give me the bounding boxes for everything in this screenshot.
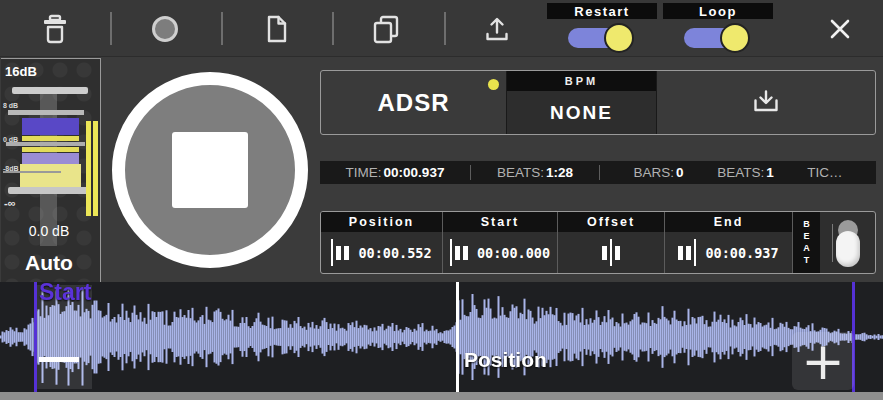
beats-display: BEATS: 1:28 — [471, 165, 599, 180]
toggle-knob — [836, 231, 860, 267]
upload-icon — [482, 14, 512, 44]
beats-label: BEATS: — [497, 165, 544, 180]
add-button[interactable]: + — [792, 332, 854, 390]
auto-button[interactable]: Auto — [1, 245, 97, 281]
waveform-canvas[interactable] — [0, 282, 883, 392]
marker-panel: Position 00:00.552 Start 00:00.000 Offse… — [320, 211, 876, 274]
loop-label-strip: Loop — [663, 3, 773, 19]
delete-button[interactable] — [18, 9, 92, 49]
position-cursor-line[interactable] — [456, 282, 459, 392]
sampler-app-window: Restart Loop 16dB 8 dB — [0, 0, 883, 400]
ticks-label-truncated: TIC… — [807, 165, 842, 180]
time-display: TIME: 00:00.937 — [320, 165, 470, 180]
beat-mode-label-strip: BEAT — [793, 212, 820, 273]
position-column: Position 00:00.552 — [321, 212, 443, 273]
toggle-knob — [604, 23, 634, 53]
waveform-editor[interactable]: Start Position + — [0, 282, 883, 392]
adsr-label: ADSR — [377, 89, 449, 117]
bpm-selector[interactable]: BPM NONE — [506, 71, 657, 134]
fader-tick-neg8-line — [3, 171, 61, 173]
end-column: End 00:00.937 — [665, 212, 793, 273]
toolbar-divider — [332, 12, 334, 45]
marker-line-icon — [331, 239, 333, 266]
beats2-value: 1 — [766, 165, 774, 180]
automation-band-pale — [20, 164, 81, 188]
cell-divider — [832, 224, 833, 262]
restart-label-strip: Restart — [547, 3, 657, 19]
fader-tick-neg-inf: -∞ — [4, 197, 16, 209]
pause-bar-icon — [344, 246, 349, 260]
adsr-button[interactable]: ADSR — [321, 71, 506, 134]
close-button[interactable] — [803, 9, 877, 49]
offset-header: Offset — [558, 212, 664, 232]
pause-bar-icon — [455, 246, 460, 260]
pause-bar-icon — [678, 246, 683, 260]
sample-panel: ADSR BPM NONE — [320, 70, 876, 135]
time-value: 00:00.937 — [384, 165, 445, 180]
close-icon — [825, 14, 855, 44]
position-value-field[interactable]: 00:00.552 — [321, 232, 442, 273]
restart-control: Restart — [546, 0, 658, 57]
restart-toggle[interactable] — [568, 23, 636, 53]
end-value-field[interactable]: 00:00.937 — [665, 232, 792, 273]
position-value: 00:00.552 — [358, 245, 431, 261]
pause-bar-icon — [336, 246, 341, 260]
time-readout-strip: TIME: 00:00.937 BEATS: 1:28 BARS: 0 BEAT… — [320, 161, 876, 184]
offset-column: Offset — [558, 212, 665, 273]
offset-value-field[interactable] — [558, 232, 664, 273]
document-icon — [261, 14, 291, 44]
copy-icon — [371, 14, 401, 44]
end-header: End — [665, 212, 792, 232]
fader-tick-8db: 8 dB — [3, 102, 18, 109]
beat-label: BEAT — [802, 219, 812, 267]
fader-tick-8db-line — [8, 110, 84, 115]
new-file-button[interactable] — [239, 9, 313, 49]
beats-value: 1:28 — [546, 165, 573, 180]
import-sample-button[interactable] — [657, 71, 875, 134]
pause-bar-icon — [463, 246, 468, 260]
marker-line-icon — [450, 239, 452, 266]
position-cursor-label: Position — [464, 348, 547, 372]
bottom-scrollbar[interactable] — [0, 392, 883, 400]
bars-beats-ticks-display: BARS: 0 BEATS: 1 TIC… — [600, 165, 876, 180]
stop-button[interactable] — [112, 72, 308, 268]
fader-scale-max: 16dB — [5, 64, 37, 79]
fader-handle[interactable] — [12, 87, 88, 94]
automation-band-yellow-line — [22, 136, 79, 141]
toolbar-divider — [110, 12, 112, 45]
level-meter-bar — [93, 121, 98, 216]
loop-toggle[interactable] — [684, 23, 752, 53]
pause-bar-icon — [615, 246, 620, 260]
toolbar-divider — [221, 12, 223, 45]
bpm-value: NONE — [507, 91, 656, 134]
beat-toggle[interactable] — [835, 219, 861, 267]
stop-icon — [172, 132, 248, 208]
marker-line-icon — [694, 239, 696, 266]
end-value: 00:00.937 — [705, 245, 778, 261]
record-button[interactable] — [128, 9, 202, 49]
loop-control: Loop — [662, 0, 774, 57]
loop-label: Loop — [699, 4, 737, 19]
toggle-knob — [720, 23, 750, 53]
bars-value: 0 — [676, 165, 684, 180]
download-icon — [750, 88, 782, 118]
toolbar: Restart Loop — [0, 0, 883, 57]
automation-band-lilac — [22, 153, 79, 164]
trash-icon — [40, 14, 70, 44]
copy-button[interactable] — [349, 9, 423, 49]
start-marker-line[interactable] — [34, 282, 37, 392]
start-header: Start — [443, 212, 557, 232]
export-button[interactable] — [460, 9, 534, 49]
beats2-label: BEATS: — [717, 165, 764, 180]
start-value-field[interactable]: 00:00.000 — [443, 232, 557, 273]
start-value: 00:00.000 — [477, 245, 550, 261]
automation-band-purple — [22, 118, 79, 135]
gain-value: 0.0 dB — [1, 223, 97, 239]
fade-handle[interactable] — [39, 357, 79, 362]
position-header: Position — [321, 212, 442, 232]
bpm-label: BPM — [507, 71, 656, 91]
automation-band-yellow-line2 — [22, 147, 79, 152]
restart-label: Restart — [574, 4, 629, 19]
marker-line-icon — [610, 239, 612, 266]
level-meter-bar — [86, 121, 91, 216]
